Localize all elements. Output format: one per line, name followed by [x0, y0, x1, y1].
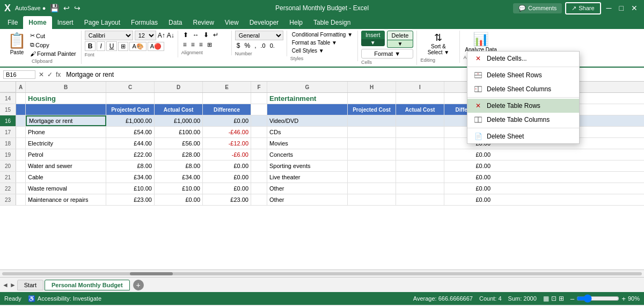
align-left-button[interactable]: ≡ [181, 40, 188, 49]
row-num-14[interactable]: 14 [0, 93, 16, 104]
font-size-select[interactable]: 12 [135, 31, 156, 40]
align-middle-button[interactable]: ↔ [191, 31, 201, 39]
conditional-formatting-button[interactable]: Conditional Formatting ▼ [290, 31, 354, 39]
font-grow-button[interactable]: A↑ [158, 32, 165, 39]
cell-reference-input[interactable] [3, 70, 35, 79]
tab-table-design[interactable]: Table Design [308, 16, 356, 29]
tab-insert[interactable]: Insert [52, 16, 79, 29]
row-num-22[interactable]: 22 [0, 183, 16, 194]
tab-view[interactable]: View [219, 16, 244, 29]
tab-start[interactable]: Start [17, 280, 43, 290]
save-button[interactable]: 💾 [50, 4, 59, 12]
housing-header[interactable]: Housing [26, 93, 106, 104]
other2-cell[interactable]: Other [267, 194, 348, 205]
col-header-a[interactable]: A [16, 82, 26, 92]
menu-item-delete-table-rows[interactable]: ✕ Delete Table Rows [467, 99, 579, 113]
menu-item-delete-sheet[interactable]: 📄 Delete Sheet [467, 129, 579, 143]
row-num-15[interactable]: 15 [0, 104, 16, 115]
border-button[interactable]: ⊞ [118, 42, 128, 51]
cds-cell[interactable]: CDs [267, 127, 348, 137]
insert-dropdown-button[interactable]: ▼ [361, 39, 385, 46]
font-color-button[interactable]: A🔴 [148, 42, 164, 51]
bold-button[interactable]: B [85, 41, 96, 51]
add-sheet-button[interactable]: + [133, 280, 144, 290]
share-button[interactable]: ↗ Share [565, 2, 601, 14]
delete-dropdown-menu[interactable]: ✕ Delete Cells... ✕ Delete Sheet Rows ✕ … [467, 51, 580, 144]
difference-header-housing[interactable]: Difference [203, 104, 251, 115]
merge-button[interactable]: ⊞ [206, 40, 214, 49]
horizontal-scrollbar[interactable] [0, 269, 644, 277]
comma-button[interactable]: , [253, 41, 258, 50]
electricity-cell[interactable]: Electricity [26, 138, 106, 149]
cell-styles-button[interactable]: Cell Styles ▼ [290, 47, 354, 55]
phone-cell[interactable]: Phone [26, 127, 106, 137]
fill-color-button[interactable]: A🎨 [129, 42, 146, 51]
scroll-thumb[interactable] [130, 272, 173, 275]
format-table-button[interactable]: Format as Table ▼ [290, 39, 354, 47]
wrap-text-button[interactable]: ↵ [211, 31, 220, 39]
number-format-select[interactable]: General [235, 31, 283, 40]
decrease-decimal-button[interactable]: 0. [268, 41, 276, 50]
tab-data[interactable]: Data [163, 16, 187, 29]
col-header-i[interactable]: I [396, 82, 444, 92]
normal-view-button[interactable]: ▦ [543, 295, 549, 302]
other1-cell[interactable]: Other [267, 183, 348, 194]
format-button[interactable]: Format ▼ [361, 49, 413, 59]
tab-help[interactable]: Help [284, 16, 308, 29]
col-header-e[interactable]: E [203, 82, 251, 92]
align-center-button[interactable]: ≡ [189, 40, 196, 49]
tab-nav-next[interactable]: ► [10, 281, 16, 289]
page-layout-view-button[interactable]: ⊡ [551, 295, 557, 302]
percent-button[interactable]: % [243, 41, 252, 50]
water-cell[interactable]: Water and sewer [26, 161, 106, 171]
page-break-view-button[interactable]: ⊞ [559, 295, 564, 302]
tab-review[interactable]: Review [187, 16, 219, 29]
actual-cost-header-housing[interactable]: Actual Cost [155, 104, 203, 115]
analyze-data-button[interactable]: 📊 Analyze Data [463, 31, 498, 54]
tab-home[interactable]: Home [23, 16, 52, 29]
projected-cost-header-housing[interactable]: Projected Cost [106, 104, 155, 115]
font-name-select[interactable]: Calibri [85, 31, 133, 40]
col-header-b[interactable]: B [26, 82, 106, 92]
italic-button[interactable]: I [97, 41, 105, 51]
tab-file[interactable]: File [2, 16, 23, 29]
actual-cost-header-ent[interactable]: Actual Cost [396, 104, 444, 115]
mortgage-actual[interactable]: £1,000.00 [155, 115, 203, 126]
col-header-g[interactable]: G [267, 82, 348, 92]
restore-button[interactable]: □ [617, 4, 626, 12]
entertainment-header[interactable]: Entertainment [267, 93, 348, 104]
zoom-in-button[interactable]: + [621, 295, 626, 303]
tab-formulas[interactable]: Formulas [126, 16, 163, 29]
underline-button[interactable]: U [106, 41, 118, 51]
paste-button[interactable]: 📋 Paste [6, 31, 27, 56]
row-num-20[interactable]: 20 [0, 161, 16, 171]
movies-cell[interactable]: Movies [267, 138, 348, 149]
col-header-c[interactable]: C [106, 82, 155, 92]
copy-button[interactable]: ⧉ Copy [28, 41, 78, 49]
row-num-16[interactable]: 16 [0, 115, 16, 126]
videodvd-cell[interactable]: Video/DVD [267, 115, 348, 126]
menu-item-delete-table-columns[interactable]: Delete Table Columns [467, 113, 579, 127]
mortgage-cell[interactable]: Mortgage or rent [26, 115, 106, 126]
mortgage-projected[interactable]: £1,000.00 [106, 115, 155, 126]
tab-developer[interactable]: Developer [244, 16, 284, 29]
delete-dropdown-button[interactable]: ▼ [387, 40, 414, 48]
tab-personal-monthly-budget[interactable]: Personal Monthly Budget [45, 280, 130, 290]
petrol-cell[interactable]: Petrol [26, 149, 106, 160]
close-button[interactable]: ✕ [629, 4, 640, 12]
sort-filter-button[interactable]: ⇅ Sort & Select ▼ [420, 31, 456, 56]
align-bottom-button[interactable]: ⬇ [202, 31, 210, 39]
cable-cell[interactable]: Cable [26, 172, 106, 183]
col-header-h[interactable]: H [348, 82, 396, 92]
increase-decimal-button[interactable]: .0 [259, 41, 267, 50]
format-painter-button[interactable]: 🖌 Format Painter [28, 50, 78, 57]
concerts-cell[interactable]: Concerts [267, 149, 348, 160]
tab-page-layout[interactable]: Page Layout [79, 16, 126, 29]
waste-cell[interactable]: Waste removal [26, 183, 106, 194]
undo-button[interactable]: ↩ [63, 4, 70, 12]
row-num-19[interactable]: 19 [0, 149, 16, 160]
align-top-button[interactable]: ⬆ [181, 31, 190, 39]
row-num-23[interactable]: 23 [0, 194, 16, 205]
comments-button[interactable]: 💬 Comments [513, 3, 562, 13]
menu-item-delete-sheet-rows[interactable]: ✕ Delete Sheet Rows [467, 68, 579, 82]
